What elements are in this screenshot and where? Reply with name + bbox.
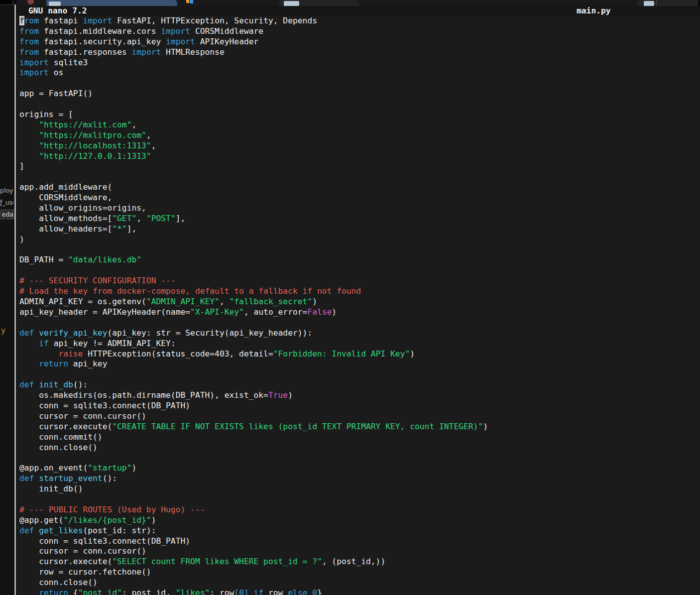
code-line[interactable]: origins = [ [19, 110, 700, 120]
code-token: init_db [39, 380, 73, 389]
code-token [307, 588, 312, 595]
code-token: CORSMiddleware [190, 26, 263, 36]
code-line[interactable]: "http://localhost:1313", [19, 141, 700, 151]
code-token: "http://127.0.0.1:1313" [39, 151, 151, 161]
code-token: ADMIN_API_KEY = os.getenv( [19, 297, 146, 306]
code-line[interactable]: conn.close() [19, 578, 700, 588]
code-line[interactable]: conn.close() [19, 443, 700, 453]
code-line[interactable] [19, 494, 700, 505]
code-token: from [19, 37, 39, 46]
code-line[interactable] [19, 78, 700, 89]
code-line[interactable] [19, 99, 700, 110]
code-line[interactable]: conn.commit() [19, 432, 700, 443]
background-list-item-selected[interactable]: eda [0, 209, 14, 220]
code-line[interactable]: allow_origins=origins, [19, 203, 700, 214]
code-line[interactable]: # Load the key from docker-compose, defa… [19, 286, 700, 297]
code-token [34, 328, 39, 338]
code-line[interactable]: # --- PUBLIC ROUTES (Used by Hugo) --- [19, 505, 700, 515]
code-line[interactable]: cursor = conn.cursor() [19, 411, 700, 422]
code-line[interactable]: @app.get("/likes/{post_id}") [19, 515, 700, 526]
code-token: fastapi.middleware.cors [39, 26, 161, 36]
code-token: "SELECT count FROM likes WHERE post_id =… [112, 557, 322, 566]
code-line[interactable]: def startup_event(): [19, 474, 700, 484]
code-line[interactable]: from fastapi.responses import HTMLRespon… [19, 47, 700, 58]
code-token [19, 130, 39, 140]
code-line[interactable]: ADMIN_API_KEY = os.getenv("ADMIN_API_KEY… [19, 297, 700, 307]
inactive-tab-favicon-icon [644, 1, 654, 6]
code-line[interactable]: DB_PATH = "data/likes.db" [19, 255, 700, 265]
code-line[interactable]: app = FastAPI() [19, 89, 700, 99]
yellow-icon[interactable] [186, 0, 189, 3]
code-token: if [254, 588, 264, 595]
code-line[interactable]: return api_key [19, 359, 700, 369]
nano-editor[interactable]: from fastapi import FastAPI, HTTPExcepti… [16, 16, 700, 595]
code-line[interactable]: # --- SECURITY CONFIGURATION --- [19, 276, 700, 286]
code-token: (): [103, 474, 117, 483]
code-token [34, 474, 39, 483]
code-token [19, 349, 58, 358]
code-line[interactable]: app.add_middleware( [19, 182, 700, 193]
background-list-item[interactable]: ƒ_use [0, 199, 13, 206]
code-line[interactable]: "https://mxlit.com", [19, 120, 700, 130]
code-line[interactable]: return {"post_id": post_id, "likes": row… [19, 588, 700, 595]
code-line[interactable] [19, 369, 700, 380]
code-line[interactable]: cursor.execute("CREATE TABLE IF NOT EXIS… [19, 422, 700, 432]
code-token: cursor = conn.cursor() [19, 411, 146, 421]
code-line[interactable]: ] [19, 161, 700, 172]
tab-strip [16, 0, 697, 6]
code-line[interactable]: from fastapi import FastAPI, HTTPExcepti… [19, 16, 700, 26]
inactive-tab[interactable] [279, 0, 359, 6]
code-line[interactable] [19, 265, 700, 276]
code-line[interactable] [19, 172, 700, 182]
code-line[interactable]: "https://mxlitpro.com", [19, 130, 700, 141]
code-line[interactable] [19, 318, 700, 328]
code-line[interactable]: def init_db(): [19, 380, 700, 390]
inactive-tab[interactable] [638, 0, 697, 6]
code-line[interactable]: from fastapi.security.api_key import API… [19, 37, 700, 47]
code-line[interactable]: os.makedirs(os.path.dirname(DB_PATH), ex… [19, 390, 700, 401]
code-line[interactable]: allow_methods=["GET", "POST"], [19, 214, 700, 224]
code-token: raise [58, 349, 83, 358]
code-line[interactable]: import os [19, 68, 700, 78]
code-token: origins = [ [19, 110, 73, 119]
code-token: ], [127, 224, 137, 234]
code-line[interactable]: cursor.execute("SELECT count FROM likes … [19, 557, 700, 567]
code-line[interactable]: raise HTTPException(status_code=403, det… [19, 349, 700, 359]
code-line[interactable] [19, 453, 700, 463]
code-token: : row [210, 588, 234, 595]
code-line[interactable] [19, 245, 700, 255]
code-token: api_key != ADMIN_API_KEY: [49, 339, 176, 348]
code-token: conn.commit() [19, 432, 103, 442]
code-line[interactable]: row = cursor.fetchone() [19, 567, 700, 578]
code-line[interactable]: def verify_api_key(api_key: str = Securi… [19, 328, 700, 339]
code-line[interactable]: ) [19, 235, 700, 245]
code-line[interactable]: from fastapi.middleware.cors import CORS… [19, 26, 700, 37]
code-line[interactable]: conn = sqlite3.connect(DB_PATH) [19, 401, 700, 411]
code-line[interactable]: CORSMiddleware, [19, 193, 700, 203]
code-line[interactable]: if api_key != ADMIN_API_KEY: [19, 339, 700, 349]
code-line[interactable]: init_db() [19, 484, 700, 494]
blue-icon[interactable] [190, 0, 193, 3]
code-line[interactable]: @app.on_event("startup") [19, 463, 700, 474]
active-tab-favicon-icon [49, 1, 61, 6]
code-line[interactable]: conn = sqlite3.connect(DB_PATH) [19, 536, 700, 547]
code-token: import [19, 58, 49, 67]
red-dot-icon[interactable] [27, 0, 34, 4]
code-token: def [19, 474, 34, 483]
code-line[interactable]: allow_headers=["*"], [19, 224, 700, 235]
code-token [34, 526, 39, 535]
code-line[interactable]: import sqlite3 [19, 58, 700, 68]
code-token [19, 151, 39, 161]
code-token: "ADMIN_API_KEY" [146, 297, 220, 306]
background-list-item[interactable]: ploy-r [0, 187, 13, 194]
code-token: APIKeyHeader [195, 37, 258, 46]
code-token: os [49, 68, 63, 77]
code-token: "Forbidden: Invalid API Key" [273, 349, 410, 358]
active-tab[interactable] [46, 0, 177, 6]
code-line[interactable]: api_key_header = APIKeyHeader(name="X-AP… [19, 307, 700, 318]
code-line[interactable]: def get_likes(post_id: str): [19, 526, 700, 536]
code-token: DB_PATH = [19, 255, 68, 264]
code-line[interactable]: "http://127.0.0.1:1313" [19, 151, 700, 162]
code-line[interactable]: cursor = conn.cursor() [19, 546, 700, 557]
code-token: def [19, 380, 34, 389]
